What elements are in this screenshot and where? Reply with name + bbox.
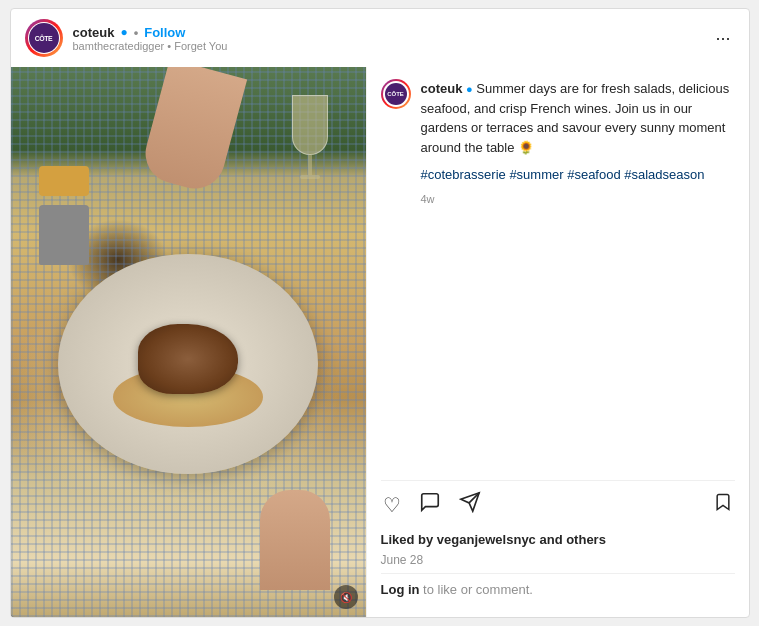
- wine-glass-stem: [308, 155, 312, 175]
- caption-block: CÔTE coteuk ● Summer days are for fresh …: [381, 79, 735, 207]
- caption-text: coteuk ● Summer days are for fresh salad…: [421, 79, 735, 207]
- caption-avatar[interactable]: CÔTE: [381, 79, 411, 109]
- volume-icon[interactable]: 🔇: [334, 585, 358, 609]
- bookmark-button[interactable]: [711, 489, 735, 520]
- fries-cup: [39, 205, 89, 265]
- wine-glass-base: [300, 175, 320, 179]
- verified-icon: ●: [120, 25, 127, 39]
- date-row: June 28: [381, 551, 735, 569]
- login-link[interactable]: Log in: [381, 582, 420, 597]
- sub-label: bamthecratedigger • Forget You: [73, 40, 228, 52]
- follow-button[interactable]: Follow: [144, 25, 185, 40]
- cote-logo-small: CÔTE: [385, 83, 407, 105]
- avatar[interactable]: CÔTE: [25, 19, 63, 57]
- caption-verified-icon: ●: [466, 83, 473, 95]
- fries: [39, 166, 89, 196]
- header-info: coteuk ● • Follow bamthecratedigger • Fo…: [73, 25, 228, 52]
- instagram-post-card: CÔTE coteuk ● • Follow bamthecratedigger…: [10, 8, 750, 618]
- more-options-button[interactable]: ···: [711, 24, 734, 53]
- dot-separator: •: [134, 25, 139, 40]
- login-row: Log in to like or comment.: [381, 573, 735, 605]
- likes-row: Liked by veganjewelsnyc and others: [381, 528, 735, 551]
- header-left: CÔTE coteuk ● • Follow bamthecratedigger…: [25, 19, 228, 57]
- wine-glass-body: [292, 95, 328, 155]
- actions-row: ♡: [381, 480, 735, 528]
- avatar-inner: CÔTE: [28, 22, 60, 54]
- hand-2: [260, 490, 330, 590]
- spacer: [381, 219, 735, 480]
- comment-button[interactable]: [417, 489, 443, 520]
- hashtags[interactable]: #cotebrasserie #summer #seafood #saladse…: [421, 165, 735, 185]
- wine-glass: [290, 95, 330, 185]
- cote-logo: CÔTE: [29, 23, 59, 53]
- login-suffix: to like or comment.: [420, 582, 533, 597]
- food-item: [138, 324, 238, 394]
- post-right: CÔTE coteuk ● Summer days are for fresh …: [366, 67, 749, 617]
- post-body: 🔇 CÔTE coteuk ● Summer days are for fres…: [11, 67, 749, 617]
- caption-timestamp: 4w: [421, 191, 735, 208]
- post-image: 🔇: [11, 67, 366, 617]
- caption-username[interactable]: coteuk: [421, 81, 463, 96]
- post-header: CÔTE coteuk ● • Follow bamthecratedigger…: [11, 9, 749, 67]
- like-button[interactable]: ♡: [381, 491, 403, 519]
- caption-avatar-inner: CÔTE: [383, 81, 409, 107]
- share-button[interactable]: [457, 489, 483, 520]
- username-row: coteuk ● • Follow: [73, 25, 228, 40]
- username[interactable]: coteuk: [73, 25, 115, 40]
